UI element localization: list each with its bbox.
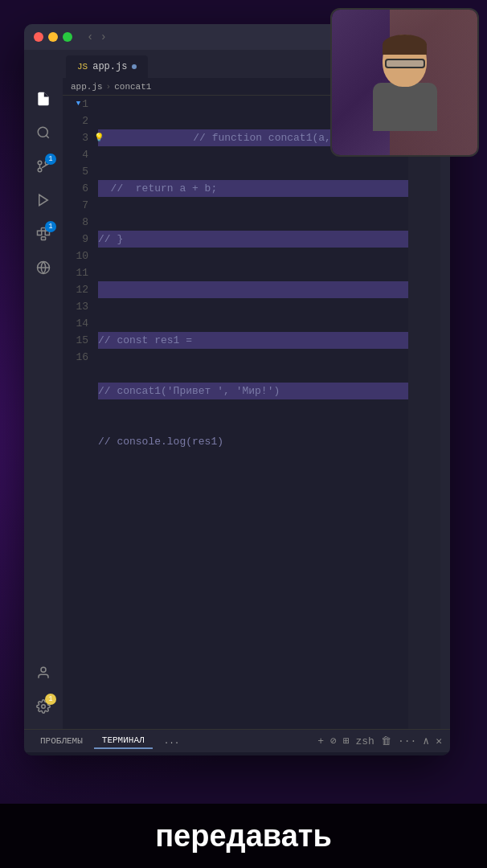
svg-line-6 (42, 165, 47, 168)
traffic-lights (34, 32, 72, 42)
terminal-tabs: ПРОБЛЕМЫ ТЕРМИНАЛ ... + ⊘ ⊞ zsh 🗑 ··· ∧ … (24, 730, 450, 752)
file-icon: JS (77, 62, 88, 72)
tab-appjs[interactable]: JS app.js (66, 55, 148, 78)
line-numbers: ▼ 1 2 3 4 5 6 7 8 9 10 11 12 13 14 15 (63, 96, 95, 729)
code-line-7: // console.log(res1) (98, 433, 408, 450)
editor-area: 1 1 1 (24, 78, 450, 729)
code-line-10 (98, 585, 408, 602)
code-text-7: // console.log(res1) (98, 433, 223, 450)
svg-point-0 (38, 127, 47, 137)
tab-modified-indicator (132, 64, 137, 69)
code-line-4 (98, 281, 408, 298)
code-line-6: // concat1('Привет ', 'Мир!') (98, 383, 408, 399)
code-line-12 (98, 686, 408, 703)
svg-line-1 (46, 135, 48, 137)
person-body (373, 83, 437, 131)
tab-problems[interactable]: ПРОБЛЕМЫ (32, 734, 91, 748)
extensions-badge: 1 (45, 221, 56, 232)
close-button[interactable] (34, 32, 43, 42)
tab-terminal[interactable]: ТЕРМИНАЛ (94, 733, 153, 749)
run-icon[interactable] (29, 186, 58, 215)
svg-point-2 (38, 161, 42, 165)
code-line-11 (98, 636, 408, 653)
svg-rect-8 (38, 231, 42, 235)
activity-bar-bottom: 1 (29, 658, 58, 729)
tab-more[interactable]: ... (156, 734, 188, 748)
terminal-actions: + ⊘ ⊞ zsh 🗑 ··· ∧ ✕ (317, 735, 442, 747)
person-glasses (385, 59, 425, 68)
person-figure (373, 35, 437, 131)
code-editor[interactable]: app.js › concat1 ▼ 1 2 3 4 5 6 7 8 (63, 78, 450, 729)
settings-badge: 1 (45, 694, 56, 705)
code-text-6: // concat1('Привет ', 'Мир!') (98, 383, 280, 399)
terminal-add[interactable]: + (317, 735, 324, 747)
code-text-3: // } (98, 231, 123, 248)
settings-icon[interactable]: 1 (29, 692, 58, 721)
svg-marker-7 (39, 194, 48, 206)
code-content: ▼ 1 2 3 4 5 6 7 8 9 10 11 12 13 14 15 (63, 96, 450, 729)
maximize-button[interactable] (63, 32, 72, 42)
breadcrumb-file: app.js (71, 82, 103, 92)
source-control-icon[interactable]: 1 (29, 152, 58, 181)
svg-point-14 (41, 667, 46, 672)
tab-label: app.js (92, 61, 127, 72)
person-hair (383, 35, 427, 55)
breadcrumb-symbol: concat1 (114, 82, 151, 92)
terminal-content: Restarting 'app.js' Привет Мир! Complete… (24, 752, 450, 755)
terminal-split[interactable]: ⊘ (330, 735, 337, 747)
nav-back[interactable]: ‹› (87, 31, 107, 43)
person-head (383, 35, 427, 87)
extensions-icon[interactable]: 1 (29, 219, 58, 248)
code-lines: ⊢ 💡 // function concat1(a, b){ // return… (95, 96, 408, 729)
editor-scrollbar[interactable] (440, 96, 450, 729)
terminal-shell-label: ⊞ zsh (343, 735, 374, 747)
minimap (408, 96, 440, 729)
code-text-2: // return a + b; (98, 180, 217, 197)
code-line-2: // return a + b; (98, 180, 408, 197)
terminal-trash[interactable]: 🗑 (381, 735, 391, 747)
code-line-9 (98, 534, 408, 551)
terminal-collapse[interactable]: ∧ (423, 735, 429, 747)
activity-bar: 1 1 1 (24, 78, 63, 729)
terminal-close[interactable]: ✕ (436, 735, 442, 747)
webcam-background (332, 10, 477, 155)
code-line-5: // const res1 = (98, 332, 408, 349)
code-line-3: // } (98, 231, 408, 248)
account-icon[interactable] (29, 658, 58, 687)
subtitle-text: передавать (155, 819, 332, 854)
code-text-5: // const res1 = (98, 332, 192, 349)
svg-point-3 (38, 168, 42, 172)
files-icon[interactable] (29, 84, 58, 113)
subtitle-bar: передавать (0, 804, 487, 868)
search-icon[interactable] (29, 118, 58, 147)
terminal-more[interactable]: ··· (398, 735, 416, 747)
webcam-overlay (330, 8, 479, 157)
svg-point-15 (42, 705, 46, 709)
minimize-button[interactable] (48, 32, 58, 42)
code-line-8 (98, 484, 408, 501)
source-control-badge: 1 (45, 154, 56, 165)
terminal-panel: ПРОБЛЕМЫ ТЕРМИНАЛ ... + ⊘ ⊞ zsh 🗑 ··· ∧ … (24, 729, 450, 755)
remote-icon[interactable] (29, 253, 58, 282)
svg-rect-11 (41, 237, 45, 240)
